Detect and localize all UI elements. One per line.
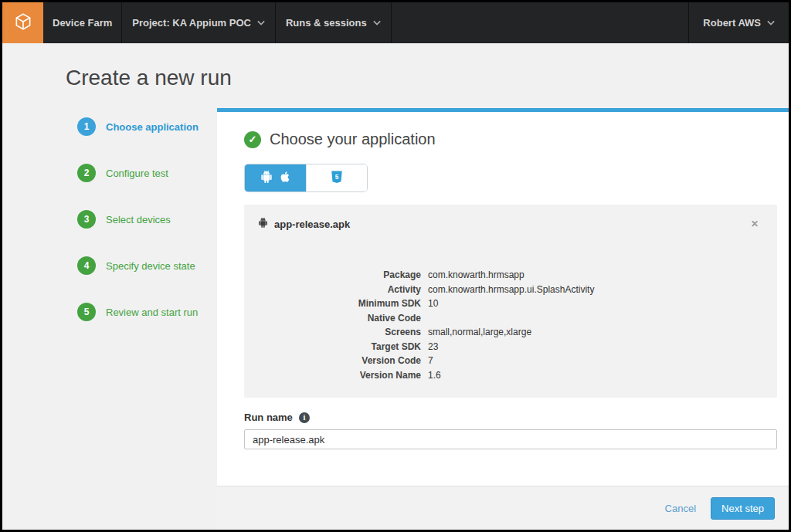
nav-device-farm[interactable]: Device Farm <box>43 2 122 43</box>
detail-value: 10 <box>428 296 438 311</box>
step-1-circle: 1 <box>77 117 96 136</box>
detail-row-package: Package com.knowarth.hrmsapp <box>258 268 763 283</box>
detail-row-version-name: Version Name 1.6 <box>258 368 763 383</box>
top-navbar: Device Farm Project: KA Appium POC Runs … <box>2 2 789 43</box>
html5-icon: 5 <box>330 169 344 188</box>
aws-device-farm-logo[interactable] <box>2 2 43 43</box>
step-configure-test[interactable]: 2 Configure test <box>77 164 217 182</box>
app-file-name: app-release.apk <box>274 219 350 230</box>
detail-row-minimum-sdk: Minimum SDK 10 <box>258 296 763 311</box>
choose-application-panel: ✓ Choose your application <box>217 108 789 486</box>
wizard-steps: 1 Choose application 2 Configure test 3 … <box>2 108 217 530</box>
step-1-label: Choose application <box>106 121 199 133</box>
detail-value: 1.6 <box>428 368 441 383</box>
detail-row-native-code: Native Code <box>258 311 763 326</box>
detail-row-version-code: Version Code 7 <box>258 354 763 368</box>
platform-toggle: 5 <box>244 164 368 192</box>
check-circle-icon: ✓ <box>244 131 261 148</box>
step-3-label: Select devices <box>106 214 171 225</box>
step-2-label: Configure test <box>106 168 168 179</box>
detail-label: Target SDK <box>258 340 421 354</box>
chevron-down-icon <box>767 20 775 25</box>
nav-project-label: Project: KA Appium POC <box>132 17 251 29</box>
step-choose-application[interactable]: 1 Choose application <box>77 117 217 136</box>
nav-user-label: Robert AWS <box>703 17 761 29</box>
detail-value: com.knowarth.hrmsapp.ui.SplashActivity <box>428 283 594 297</box>
run-name-label: Run name <box>244 412 293 423</box>
panel-heading-text: Choose your application <box>270 130 436 148</box>
step-specify-device-state[interactable]: 4 Specify device state <box>77 256 217 275</box>
detail-value: com.knowarth.hrmsapp <box>428 268 525 283</box>
nav-runs-sessions-label: Runs & sessions <box>286 17 367 29</box>
nav-user-menu[interactable]: Robert AWS <box>688 2 789 43</box>
step-select-devices[interactable]: 3 Select devices <box>77 210 217 229</box>
step-5-circle: 5 <box>77 303 96 321</box>
step-4-label: Specify device state <box>106 260 195 272</box>
apple-icon <box>279 171 291 186</box>
android-icon <box>260 171 273 186</box>
detail-label: Minimum SDK <box>258 296 421 311</box>
step-review-and-start-run[interactable]: 5 Review and start run <box>77 303 217 321</box>
chevron-down-icon <box>373 20 381 25</box>
app-box-header: app-release.apk ✕ <box>258 217 763 231</box>
detail-label: Version Name <box>258 368 421 383</box>
panel-footer: Cancel Next step <box>217 486 789 530</box>
android-file-icon <box>258 217 268 231</box>
detail-label: Package <box>258 268 421 283</box>
cancel-link[interactable]: Cancel <box>665 503 696 514</box>
step-4-circle: 4 <box>77 256 96 275</box>
step-5-label: Review and start run <box>106 307 198 318</box>
nav-runs-sessions-menu[interactable]: Runs & sessions <box>276 2 392 43</box>
detail-row-activity: Activity com.knowarth.hrmsapp.ui.SplashA… <box>258 283 763 297</box>
nav-device-farm-label: Device Farm <box>53 17 112 29</box>
web-platform-tab[interactable]: 5 <box>306 164 367 191</box>
app-details-table: Package com.knowarth.hrmsapp Activity co… <box>258 268 763 382</box>
nav-project-menu[interactable]: Project: KA Appium POC <box>122 2 276 43</box>
detail-value: 23 <box>428 340 438 354</box>
info-icon[interactable]: i <box>299 412 310 423</box>
page-content: Create a new run 1 Choose application 2 … <box>2 43 789 530</box>
detail-label: Screens <box>258 325 421 340</box>
detail-row-target-sdk: Target SDK 23 <box>258 340 763 354</box>
page-title: Create a new run <box>66 65 789 91</box>
detail-value: 7 <box>428 354 433 368</box>
next-step-button[interactable]: Next step <box>711 497 775 520</box>
chevron-down-icon <box>257 20 265 25</box>
detail-label: Native Code <box>258 311 421 326</box>
cube-icon <box>13 12 33 34</box>
navbar-spacer <box>392 2 689 43</box>
detail-label: Activity <box>258 283 421 297</box>
close-icon[interactable]: ✕ <box>751 219 759 229</box>
detail-row-screens: Screens small,normal,large,xlarge <box>258 325 763 340</box>
run-name-input[interactable] <box>244 429 777 449</box>
step-3-circle: 3 <box>77 210 96 229</box>
panel-heading: ✓ Choose your application <box>244 130 777 148</box>
run-name-row: Run name i <box>244 412 777 423</box>
step-2-circle: 2 <box>77 164 96 182</box>
uploaded-app-box: app-release.apk ✕ Package com.knowarth.h… <box>244 205 777 398</box>
mobile-platform-tab[interactable] <box>245 164 306 191</box>
detail-label: Version Code <box>258 354 421 368</box>
detail-value: small,normal,large,xlarge <box>428 325 531 340</box>
svg-text:5: 5 <box>335 174 339 181</box>
